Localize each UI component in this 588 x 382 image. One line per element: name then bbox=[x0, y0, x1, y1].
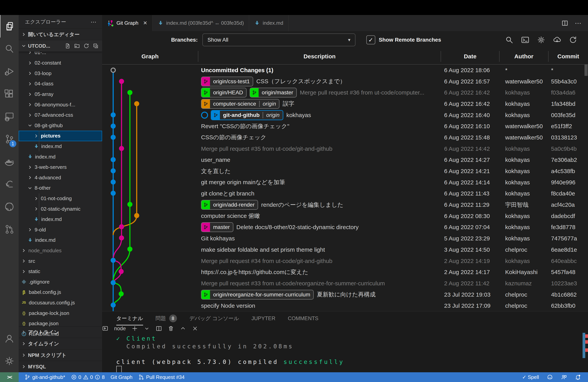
collapse-folders-icon[interactable] bbox=[93, 43, 99, 49]
tree-item[interactable]: 01-not-coding bbox=[19, 193, 102, 204]
branch-badge[interactable]: origin/reorganize-for-summer-curriculum bbox=[201, 290, 314, 299]
col-graph[interactable]: Graph bbox=[102, 53, 198, 60]
feedback-icon[interactable] bbox=[561, 374, 567, 380]
remote-indicator[interactable]: >< bbox=[0, 372, 19, 382]
sidebar-section-NPM スクリプト[interactable]: NPM スクリプト bbox=[19, 349, 102, 361]
pull-request-icon[interactable] bbox=[0, 218, 19, 241]
tree-item[interactable]: JSdocusaurus.config.js bbox=[19, 297, 102, 308]
tree-item[interactable]: 07-advanced-css bbox=[19, 110, 102, 120]
commit-row[interactable]: Merge pull request #35 from ut-code/git-… bbox=[102, 143, 588, 154]
commit-row[interactable]: Git kokhayas5 Aug 2022 23:29kokhayas7475… bbox=[102, 233, 588, 244]
terminal-scrollbar[interactable] bbox=[583, 333, 585, 358]
commit-row[interactable]: origin/reorganize-for-summer-curriculum夏… bbox=[102, 289, 588, 300]
tree-item[interactable]: node_modules bbox=[19, 245, 102, 256]
tree-item[interactable]: 04-class bbox=[19, 79, 102, 89]
split-terminal-icon[interactable] bbox=[156, 325, 162, 332]
panel-tab-JUPYTER[interactable]: JUPYTER bbox=[252, 311, 275, 325]
tab-index-md-diff[interactable]: index.md (003fe35d^ ↔ 003fe35d) bbox=[153, 15, 249, 31]
open-editors-section[interactable]: 開いているエディター bbox=[19, 29, 102, 40]
workspace-section[interactable]: UTCOD... bbox=[19, 40, 102, 52]
copilot-icon[interactable] bbox=[547, 374, 553, 380]
account-icon[interactable] bbox=[0, 327, 19, 350]
commit-row[interactable]: computer science 俯瞰6 Aug 2022 08:30kokha… bbox=[102, 211, 588, 222]
branch-badge[interactable]: master bbox=[201, 222, 233, 232]
tab-index-md[interactable]: index.md bbox=[249, 15, 289, 31]
tree-item[interactable]: pictures bbox=[19, 131, 102, 141]
commit-row[interactable]: masterDelete docs/8-other/02-static-dyna… bbox=[102, 222, 588, 233]
commit-row[interactable]: Merge pull request #33 from ut-code/reor… bbox=[102, 278, 588, 289]
tree-item[interactable]: 02-constant bbox=[19, 58, 102, 68]
editor-scrollbar[interactable] bbox=[585, 64, 588, 76]
tree-item[interactable]: static bbox=[19, 266, 102, 277]
col-commit[interactable]: Commit bbox=[548, 51, 588, 62]
new-folder-icon[interactable] bbox=[74, 43, 80, 49]
col-author[interactable]: Author bbox=[499, 51, 548, 62]
tree-item[interactable]: {}package-lock.json bbox=[19, 308, 102, 318]
commit-row[interactable]: computer-scienceorigin誤字6 Aug 2022 16:42… bbox=[102, 98, 588, 109]
terminal-output[interactable]: ✓ Client Compiled successfully in 202.08… bbox=[116, 335, 344, 374]
tree-item[interactable]: 06-anonymous-f... bbox=[19, 99, 102, 110]
tree-item[interactable]: index.md bbox=[19, 214, 102, 225]
commit-row[interactable]: make sidebar foldable and set prism them… bbox=[102, 244, 588, 255]
find-commit-icon[interactable] bbox=[505, 36, 513, 44]
panel-tab-COMMENTS[interactable]: COMMENTS bbox=[288, 311, 318, 325]
source-control-icon[interactable]: 1 bbox=[0, 128, 19, 150]
branch-badge[interactable]: origin/HEAD bbox=[201, 88, 247, 97]
new-terminal-icon[interactable] bbox=[132, 325, 138, 332]
tree-item[interactable]: README.md bbox=[19, 329, 102, 339]
tree-item[interactable]: .gitignore bbox=[19, 276, 102, 287]
split-editor-icon[interactable] bbox=[562, 20, 568, 26]
show-remote-branches-checkbox[interactable]: ✓ bbox=[366, 35, 375, 44]
github-icon[interactable] bbox=[0, 195, 19, 218]
tree-item[interactable]: 08-git-github bbox=[19, 120, 102, 131]
commit-row[interactable]: Merge pull request #34 from ut-code/git-… bbox=[102, 255, 588, 267]
new-file-icon[interactable] bbox=[65, 43, 71, 49]
kill-terminal-icon[interactable] bbox=[168, 325, 174, 332]
editor-more-actions-icon[interactable]: ⋯ bbox=[575, 19, 581, 27]
tree-item[interactable]: βbabel.config.js bbox=[19, 287, 102, 297]
panel-tab-問題[interactable]: 問題8 bbox=[156, 311, 177, 325]
commit-row[interactable]: origin/HEADorigin/masterMerge pull reque… bbox=[102, 87, 588, 98]
search-icon[interactable] bbox=[0, 38, 19, 60]
extensions-icon[interactable] bbox=[0, 83, 19, 105]
commit-row[interactable]: origin/css-test1CSS（フレックスボックスまで）6 Aug 20… bbox=[102, 76, 588, 87]
commit-row[interactable]: specify Node version23 Jul 2022 17:09che… bbox=[102, 300, 588, 311]
sidebar-more-icon[interactable]: ⋯ bbox=[91, 19, 97, 25]
refresh-icon[interactable] bbox=[569, 36, 577, 44]
run-debug-icon[interactable] bbox=[0, 60, 19, 83]
commit-row[interactable]: 文を直した6 Aug 2022 14:21kokhayasa4c538fb bbox=[102, 166, 588, 177]
git-graph-status-item[interactable]: Git Graph bbox=[111, 374, 133, 380]
explorer-icon[interactable] bbox=[0, 15, 19, 38]
spell-check-item[interactable]: ✓ Spell bbox=[522, 374, 539, 380]
notifications-bell-icon[interactable] bbox=[575, 374, 581, 380]
branch-status-item[interactable]: git-and-github* bbox=[24, 374, 65, 380]
commit-row[interactable]: origin/add-renderrenderのページを編集しました6 Aug … bbox=[102, 199, 588, 211]
gitlens-icon[interactable] bbox=[0, 173, 19, 195]
sidebar-section-MYSQL[interactable]: MYSQL bbox=[19, 361, 102, 372]
tree-item[interactable]: 4-advanced bbox=[19, 172, 102, 183]
tree-item[interactable]: 8-other bbox=[19, 183, 102, 193]
commit-row[interactable]: Revert "CSSの節の画像チェック"6 Aug 2022 16:10wat… bbox=[102, 121, 588, 132]
branch-badge[interactable]: origin/master bbox=[250, 88, 297, 97]
settings-icon[interactable] bbox=[537, 36, 545, 44]
tree-item[interactable]: index.md bbox=[19, 151, 102, 162]
tree-item[interactable]: {}package.json bbox=[19, 318, 102, 329]
sidebar-section-タイムライン[interactable]: タイムライン bbox=[19, 338, 102, 349]
col-date[interactable]: Date bbox=[441, 51, 499, 62]
terminal-dropdown-icon[interactable] bbox=[144, 325, 150, 332]
commit-row[interactable]: CSSの節の画像チェック6 Aug 2022 15:48waterwalker5… bbox=[102, 132, 588, 143]
tree-item[interactable]: 3-web-servers bbox=[19, 162, 102, 172]
tree-item[interactable]: src bbox=[19, 256, 102, 266]
commit-row[interactable]: Uncommitted Changes (1)6 Aug 2022 18:06*… bbox=[102, 64, 588, 76]
branch-badge[interactable]: git-and-githuborigin bbox=[211, 110, 283, 120]
problems-status-item[interactable]: 0 0 8 bbox=[71, 374, 105, 380]
panel-tab-デバッグ コンソール[interactable]: デバッグ コンソール bbox=[189, 311, 239, 325]
commit-row[interactable]: https://.co.jpをhttps://github.comに変えた2 A… bbox=[102, 266, 588, 278]
commit-row[interactable]: git cloneとgit branch6 Aug 2022 11:43kokh… bbox=[102, 188, 588, 199]
commit-row[interactable]: git-and-githuboriginkokhayas6 Aug 2022 1… bbox=[102, 109, 588, 121]
commit-row[interactable]: git merge origin mainなどを加筆6 Aug 2022 14:… bbox=[102, 177, 588, 188]
panel-tab-ターミナル[interactable]: ターミナル bbox=[116, 311, 143, 325]
tab-git-graph[interactable]: Git Graph ✕ bbox=[102, 15, 153, 31]
close-tab-icon[interactable]: ✕ bbox=[143, 20, 147, 26]
refresh-explorer-icon[interactable] bbox=[84, 43, 89, 49]
